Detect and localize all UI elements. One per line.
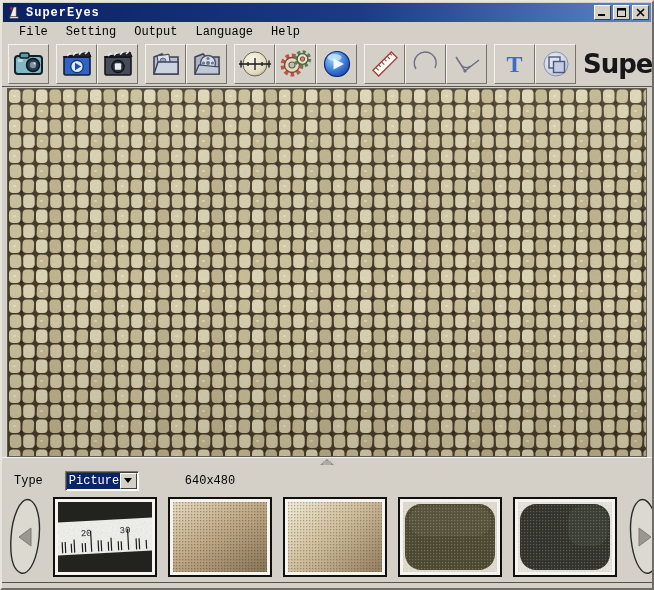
thumbnail-mesh-olive[interactable]: [398, 497, 502, 577]
text-tool-glyph: T: [506, 52, 522, 76]
chevron-down-icon[interactable]: [120, 473, 137, 489]
arrow-left-icon: [8, 498, 42, 576]
text-annotation-button[interactable]: T: [494, 44, 535, 84]
mesh-olive-thumbnail-image: [403, 502, 497, 572]
arrow-right-icon: [628, 498, 654, 576]
crosshair-calibrate-button[interactable]: [234, 44, 275, 84]
type-label: Type: [14, 474, 43, 488]
browse-photos-icon: [149, 47, 183, 81]
prev-thumbnails-button[interactable]: [8, 498, 42, 576]
menu-bar: File Setting Output Language Help: [2, 22, 652, 41]
settings-gears-button[interactable]: [275, 44, 316, 84]
fabric-weave-image: [8, 89, 647, 457]
measure-ruler-icon: [368, 47, 402, 81]
toolbar: T Superëyës: [2, 41, 652, 87]
menu-file[interactable]: File: [10, 23, 57, 41]
thumbnail-fabric-light[interactable]: [283, 497, 387, 577]
menu-language[interactable]: Language: [186, 23, 262, 41]
close-button[interactable]: [632, 5, 649, 20]
title-bar: SuperEyes: [3, 3, 651, 22]
measure-angle-icon: [450, 47, 484, 81]
mesh-black-thumbnail-image: [518, 502, 612, 572]
next-thumbnails-button[interactable]: [628, 498, 654, 576]
browse-photos-button[interactable]: [145, 44, 186, 84]
play-video-button[interactable]: [316, 44, 357, 84]
capture-photo-button[interactable]: [8, 44, 49, 84]
supereyes-app-icon: [7, 5, 22, 20]
measure-angle-button[interactable]: [446, 44, 487, 84]
stop-record-icon: [101, 47, 135, 81]
measure-ruler-button[interactable]: [364, 44, 405, 84]
fabric-tan-thumbnail-image: [173, 502, 267, 572]
record-video-button[interactable]: [56, 44, 97, 84]
maximize-icon: [617, 8, 626, 17]
browse-videos-button[interactable]: [186, 44, 227, 84]
type-select[interactable]: Picture: [65, 471, 139, 491]
app-window: SuperEyes File Setting Output Language H…: [0, 0, 654, 590]
measure-arc-button[interactable]: [405, 44, 446, 84]
type-selected-value: Picture: [67, 473, 120, 489]
window-title: SuperEyes: [26, 6, 594, 20]
fabric-light-thumbnail-image: [288, 502, 382, 572]
minimize-button[interactable]: [594, 5, 611, 20]
compare-windows-icon: [539, 47, 573, 81]
stop-record-button[interactable]: [97, 44, 138, 84]
splitter-handle-icon[interactable]: [320, 459, 334, 465]
close-icon: [636, 8, 645, 17]
thumbnail-mesh-black[interactable]: [513, 497, 617, 577]
thumbnail-ruler[interactable]: 20 30: [53, 497, 157, 577]
settings-gears-icon: [279, 47, 313, 81]
menu-help[interactable]: Help: [262, 23, 309, 41]
minimize-icon: [598, 8, 607, 17]
compare-windows-button[interactable]: [535, 44, 576, 84]
record-video-icon: [60, 47, 94, 81]
browse-videos-icon: [190, 47, 224, 81]
thumbnail-strip: 20 30: [2, 492, 652, 582]
measure-arc-icon: [409, 47, 443, 81]
menu-output[interactable]: Output: [125, 23, 186, 41]
thumbnail-fabric-tan[interactable]: [168, 497, 272, 577]
maximize-button[interactable]: [613, 5, 630, 20]
capture-photo-icon: [12, 47, 46, 81]
bottom-frame-edge: [2, 582, 652, 586]
supereyes-logo: Superëyës: [583, 49, 654, 79]
crosshair-calibrate-icon: [237, 47, 273, 81]
resolution-label: 640x480: [185, 474, 235, 488]
live-view-canvas[interactable]: [7, 88, 647, 457]
panel-splitter[interactable]: [2, 457, 652, 469]
menu-setting[interactable]: Setting: [57, 23, 125, 41]
filmstrip-controls: Type Picture 640x480: [2, 469, 652, 492]
ruler-thumbnail-image: 20 30: [58, 502, 152, 572]
play-video-icon: [320, 47, 354, 81]
